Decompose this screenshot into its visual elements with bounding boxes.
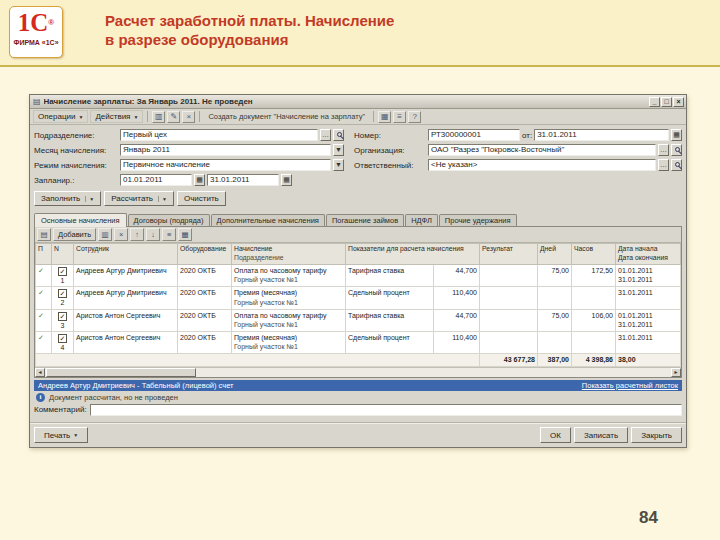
edit-icon[interactable]: ✎ (167, 111, 180, 123)
clear-button[interactable]: Очистить (177, 191, 226, 206)
delete-row-icon[interactable]: × (114, 228, 128, 241)
mode-field[interactable]: Первичное начисление (120, 159, 331, 171)
minimize-button[interactable]: _ (649, 97, 660, 107)
save-button[interactable]: Записать (574, 427, 628, 443)
cell-accrual[interactable]: Премия (месячная) Горный участок №1 (232, 287, 346, 309)
col-marker[interactable]: П (36, 244, 52, 265)
date-field[interactable]: 31.01.2011 (534, 129, 669, 141)
cell-indicator[interactable]: Тарифная ставка (346, 309, 434, 331)
cell-result[interactable] (480, 309, 538, 331)
row-checkbox[interactable]: ✓ (58, 334, 67, 343)
close-button[interactable]: × (673, 97, 684, 107)
month-select-button[interactable]: ▼ (333, 144, 344, 156)
open-lookup-button[interactable] (671, 159, 682, 171)
cell-indicator-value[interactable]: 110,400 (434, 331, 480, 353)
open-lookup-button[interactable] (671, 144, 682, 156)
copy-icon[interactable]: ▥ (152, 111, 165, 123)
help-icon[interactable]: ? (408, 111, 421, 123)
cell-accrual[interactable]: Оплата по часовому тарифу Горный участок… (232, 264, 346, 286)
tab-ndfl[interactable]: НДФЛ (405, 214, 438, 226)
col-days[interactable]: Дней (538, 244, 572, 265)
tab-additional-accruals[interactable]: Дополнительные начисления (211, 214, 325, 226)
cell-hours[interactable]: 106,00 (572, 309, 616, 331)
horizontal-scrollbar[interactable]: ◄ ► (35, 367, 681, 377)
move-down-icon[interactable]: ↓ (146, 228, 160, 241)
cell-accrual[interactable]: Премия (месячная) Горный участок №1 (232, 331, 346, 353)
cell-accrual[interactable]: Оплата по часовому тарифу Горный участок… (232, 309, 346, 331)
tab-main-accruals[interactable]: Основные начисления (34, 213, 127, 227)
mode-select-button[interactable]: ▼ (333, 159, 344, 171)
cell-result[interactable] (480, 264, 538, 286)
cell-dates[interactable]: 31.01.2011 (616, 287, 681, 309)
period-from-field[interactable]: 01.01.2011 (120, 174, 192, 186)
table-row[interactable]: ✓ ✓ 3 Аристов Антон Сергеевич 2020 ОКТБ … (36, 309, 681, 331)
cell-hours[interactable] (572, 287, 616, 309)
comment-field[interactable] (90, 404, 682, 416)
col-hours[interactable]: Часов (572, 244, 616, 265)
row-checkbox[interactable]: ✓ (58, 312, 67, 321)
cell-employee[interactable]: Андреев Артур Дмитриевич (74, 287, 178, 309)
window-titlebar[interactable]: ▤ Начисление зарплаты: За Январь 2011. Н… (30, 95, 686, 109)
tab-loan-repayment[interactable]: Погашение займов (326, 214, 404, 226)
maximize-button[interactable]: □ (661, 97, 672, 107)
cell-indicator[interactable]: Тарифная ставка (346, 264, 434, 286)
scroll-left-icon[interactable]: ◄ (35, 368, 45, 377)
operations-menu-button[interactable]: Операции ▼ (33, 110, 88, 123)
close-window-button[interactable]: Закрыть (631, 427, 682, 443)
period-to-field[interactable]: 31.01.2011 (207, 174, 279, 186)
row-checkbox[interactable]: ✓ (58, 289, 67, 298)
cell-equipment[interactable]: 2020 ОКТБ (178, 287, 232, 309)
ellipsis-button[interactable]: … (658, 144, 669, 156)
calendar-icon[interactable]: ▦ (281, 174, 292, 186)
cell-employee[interactable]: Аристов Антон Сергеевич (74, 331, 178, 353)
sort-icon[interactable]: ≡ (162, 228, 176, 241)
organization-field[interactable]: ОАО "Разрез "Покровск-Восточный" (428, 144, 656, 156)
cell-indicator-value[interactable]: 44,700 (434, 264, 480, 286)
col-number[interactable]: N (52, 244, 74, 265)
show-payslip-link[interactable]: Показать расчетный листок (582, 381, 678, 390)
cell-days[interactable]: 75,00 (538, 309, 572, 331)
ellipsis-button[interactable]: … (658, 159, 669, 171)
fill-button[interactable]: Заполнить ▼ (34, 191, 101, 206)
col-accrual[interactable]: Начисление Подразделение (232, 244, 346, 265)
table-row[interactable]: ✓ ✓ 1 Андреев Артур Дмитриевич 2020 ОКТБ… (36, 264, 681, 286)
department-field[interactable]: Первый цех (120, 129, 318, 141)
responsible-field[interactable]: <Не указан> (428, 159, 656, 171)
calculate-button[interactable]: Рассчитать ▼ (104, 191, 174, 206)
calendar-icon[interactable]: ▦ (194, 174, 205, 186)
cell-employee[interactable]: Андреев Артур Дмитриевич (74, 264, 178, 286)
col-result[interactable]: Результат (480, 244, 538, 265)
scroll-right-icon[interactable]: ► (671, 368, 681, 377)
cell-indicator-value[interactable]: 110,400 (434, 287, 480, 309)
list-icon[interactable]: ≡ (393, 111, 406, 123)
col-equipment[interactable]: Оборудование (178, 244, 232, 265)
cell-result[interactable] (480, 287, 538, 309)
table-row[interactable]: ✓ ✓ 4 Аристов Антон Сергеевич 2020 ОКТБ … (36, 331, 681, 353)
ok-button[interactable]: ОК (540, 427, 571, 443)
copy-row-icon[interactable]: ▥ (98, 228, 112, 241)
row-checkbox[interactable]: ✓ (58, 267, 67, 276)
col-employee[interactable]: Сотрудник (74, 244, 178, 265)
cell-days[interactable] (538, 331, 572, 353)
move-up-icon[interactable]: ↑ (130, 228, 144, 241)
open-lookup-button[interactable] (333, 129, 344, 141)
selection-icon[interactable]: ▤ (37, 228, 51, 241)
tab-contracts[interactable]: Договоры (подряда) (128, 214, 210, 226)
cell-dates[interactable]: 01.01.2011 31.01.2011 (616, 309, 681, 331)
calendar-icon[interactable]: ▦ (378, 111, 391, 123)
cell-result[interactable] (480, 331, 538, 353)
number-field[interactable]: РТ300000001 (428, 129, 520, 141)
cell-days[interactable] (538, 287, 572, 309)
cell-dates[interactable]: 01.01.2011 31.01.2011 (616, 264, 681, 286)
col-dates[interactable]: Дата начала Дата окончания (616, 244, 681, 265)
ellipsis-button[interactable]: … (320, 129, 331, 141)
calendar-icon[interactable]: ▦ (671, 129, 682, 141)
cell-indicator-value[interactable]: 44,700 (434, 309, 480, 331)
tab-other-deductions[interactable]: Прочие удержания (439, 214, 517, 226)
table-row[interactable]: ✓ ✓ 2 Андреев Артур Дмитриевич 2020 ОКТБ… (36, 287, 681, 309)
cell-employee[interactable]: Аристов Антон Сергеевич (74, 309, 178, 331)
scroll-thumb[interactable] (46, 368, 196, 377)
add-row-button[interactable]: Добавить (53, 228, 96, 241)
cell-hours[interactable]: 172,50 (572, 264, 616, 286)
cell-indicator[interactable]: Сдельный процент (346, 287, 434, 309)
